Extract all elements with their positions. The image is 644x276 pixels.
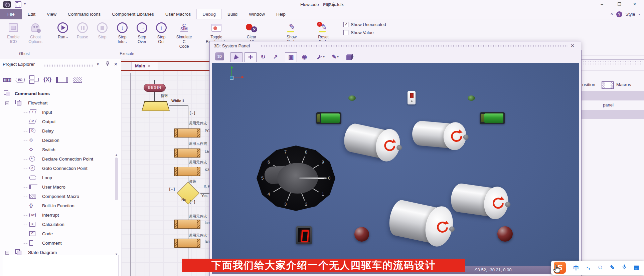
- tree-root-command-icons[interactable]: Command Icons: [0, 89, 114, 98]
- menu-edit[interactable]: Edit: [22, 9, 41, 19]
- solid-render-icon[interactable]: ▾: [345, 52, 354, 61]
- tree-item-switch[interactable]: ◇Switch: [0, 145, 114, 155]
- table-row[interactable]: [582, 110, 644, 119]
- led-component[interactable]: [468, 95, 475, 101]
- pin-icon[interactable]: [105, 61, 110, 68]
- tab-close-icon[interactable]: ×: [148, 64, 150, 68]
- right-panel-drag-handle[interactable]: [583, 61, 643, 64]
- ghost-options-button[interactable]: Ghost Options: [23, 21, 48, 44]
- flow-begin-node[interactable]: BEGIN: [144, 84, 166, 92]
- scale-icon[interactable]: ↗: [271, 52, 280, 61]
- wheel-component[interactable]: [354, 227, 369, 242]
- handwriting-icon[interactable]: ✎: [608, 264, 617, 271]
- tree-item-built-in-function[interactable]: {}Built-in Function: [0, 201, 114, 211]
- battery-component[interactable]: [480, 112, 505, 124]
- tab-main[interactable]: Main×: [131, 62, 158, 70]
- restore-button[interactable]: ❐: [613, 0, 626, 9]
- simulate-c-code-button[interactable]: CSIMSimulate C Code: [169, 21, 199, 49]
- tree-item-comment[interactable]: Comment: [0, 239, 114, 248]
- chinese-mode-icon[interactable]: 中: [572, 264, 581, 272]
- run-simulation-icon[interactable]: [230, 52, 243, 62]
- 3d-viewport[interactable]: 0123456789 -93.52, -30.21, 0.00: [212, 63, 579, 274]
- 3d-window-titlebar[interactable]: 3D: System Panel ✕: [210, 41, 581, 51]
- tree-item-code[interactable]: CCode: [0, 229, 114, 239]
- scrollbar-thumb[interactable]: [115, 158, 118, 200]
- menu-user-macros[interactable]: User Macros: [160, 9, 197, 19]
- style-caret-icon[interactable]: ▾: [638, 13, 640, 16]
- table-row[interactable]: panel: [582, 100, 644, 110]
- collapse-ribbon-icon[interactable]: ^: [611, 12, 613, 16]
- battery-component[interactable]: [316, 112, 341, 124]
- pause-button[interactable]: Pause: [73, 21, 92, 39]
- visibility-icon[interactable]: ◉: [300, 52, 309, 61]
- flow-component-macro-node[interactable]: [174, 149, 200, 158]
- collapse-marker[interactable]: [-]: [189, 200, 196, 204]
- panel-close-icon[interactable]: ✕: [114, 62, 118, 67]
- tree-item-output[interactable]: OOutput: [0, 117, 114, 126]
- cube-3d-icon[interactable]: 3D: [215, 52, 224, 60]
- dashboard-components-icon[interactable]: ⊞⊞: [3, 76, 11, 83]
- paint-icon[interactable]: ✎▾: [331, 52, 340, 61]
- menu-command-icons[interactable]: Command Icons: [62, 9, 106, 19]
- checkbox-show-unexecuted[interactable]: ✓Show Unexecuted: [343, 22, 386, 27]
- keyboard-icon[interactable]: ▦: [632, 264, 641, 271]
- tree-item-loop[interactable]: Loop: [0, 173, 114, 183]
- menu-build[interactable]: Build: [222, 9, 243, 19]
- checkbox-show-value[interactable]: Show Value: [343, 30, 386, 35]
- 3d-window-close-icon[interactable]: ✕: [571, 43, 575, 48]
- menu-window[interactable]: Window: [243, 9, 271, 19]
- menu-view[interactable]: View: [41, 9, 62, 19]
- seven-segment-display[interactable]: [296, 226, 312, 244]
- dc-motor-component[interactable]: [386, 196, 456, 249]
- flow-component-macro-node[interactable]: [174, 239, 200, 248]
- flow-component-macro-node[interactable]: [174, 220, 200, 229]
- microphone-icon[interactable]: [620, 264, 629, 272]
- menu-debug[interactable]: Debug: [196, 9, 222, 19]
- emoji-icon[interactable]: ☺: [596, 264, 605, 271]
- 3d-window-drag-handle[interactable]: [261, 45, 568, 48]
- tree-item-user-macro[interactable]: User Macro: [0, 183, 114, 192]
- pan-icon[interactable]: ✛: [245, 52, 257, 62]
- help-icon[interactable]: ?: [616, 11, 622, 17]
- io-components-icon[interactable]: I/O: [15, 77, 25, 82]
- tree-item-interrupt[interactable]: INTInterrupt: [0, 211, 114, 220]
- tree-item-delay[interactable]: DDelay: [0, 126, 114, 136]
- orbit-icon[interactable]: ↻: [259, 52, 268, 61]
- toggle-breakpoints-button[interactable]: Toggle Breakpoints: [200, 21, 232, 44]
- collapse-expander-icon[interactable]: [5, 251, 9, 255]
- flow-loop-node[interactable]: [142, 101, 170, 111]
- step-out-button[interactable]: ↑Step Out: [153, 21, 170, 44]
- panel-menu-caret-icon[interactable]: ▼: [96, 62, 100, 66]
- panel-drag-handle[interactable]: [43, 63, 93, 67]
- user-macro-toolbar-icon[interactable]: [56, 77, 68, 83]
- flow-component-macro-node[interactable]: [174, 167, 200, 176]
- tree-item-goto-connection-point[interactable]: AGoto Connection Point: [0, 164, 114, 173]
- style-menu[interactable]: Style: [626, 12, 635, 17]
- window-components-icon[interactable]: [29, 75, 39, 84]
- reset-code-button[interactable]: ✎Reset Code: [306, 21, 340, 44]
- menu-help[interactable]: Help: [271, 9, 291, 19]
- stop-button[interactable]: Stop: [94, 21, 111, 39]
- tree-item-decision[interactable]: ◇Decision: [0, 136, 114, 145]
- minimize-button[interactable]: –: [595, 0, 609, 9]
- flow-component-macro-node[interactable]: [174, 128, 200, 137]
- quick-access-caret-icon[interactable]: ▾: [24, 2, 26, 6]
- checkbox-icon[interactable]: ✓: [343, 22, 348, 27]
- component-macro-toolbar-icon[interactable]: [73, 77, 82, 83]
- dc-motor-component[interactable]: [449, 181, 510, 221]
- table-row[interactable]: [582, 91, 644, 100]
- tools-icon[interactable]: ▾: [316, 52, 325, 61]
- checkbox-icon[interactable]: [343, 30, 348, 35]
- show-code-button[interactable]: ✎Show Code: [276, 21, 307, 44]
- save-icon[interactable]: [15, 1, 21, 8]
- punctuation-icon[interactable]: ·,: [584, 264, 593, 271]
- rotary-dial-component[interactable]: 0123456789: [257, 146, 335, 211]
- menu-file[interactable]: File: [0, 9, 22, 19]
- menu-component-libraries[interactable]: Component Libraries: [106, 9, 159, 19]
- dc-motor-component[interactable]: [341, 120, 403, 164]
- collapse-marker[interactable]: [-]: [169, 187, 175, 191]
- tree-item-calculation[interactable]: ≡Calculation: [0, 220, 114, 229]
- close-button[interactable]: ✕: [628, 0, 641, 9]
- dc-motor-component[interactable]: [411, 118, 468, 151]
- run-button[interactable]: Run ▾: [54, 21, 71, 40]
